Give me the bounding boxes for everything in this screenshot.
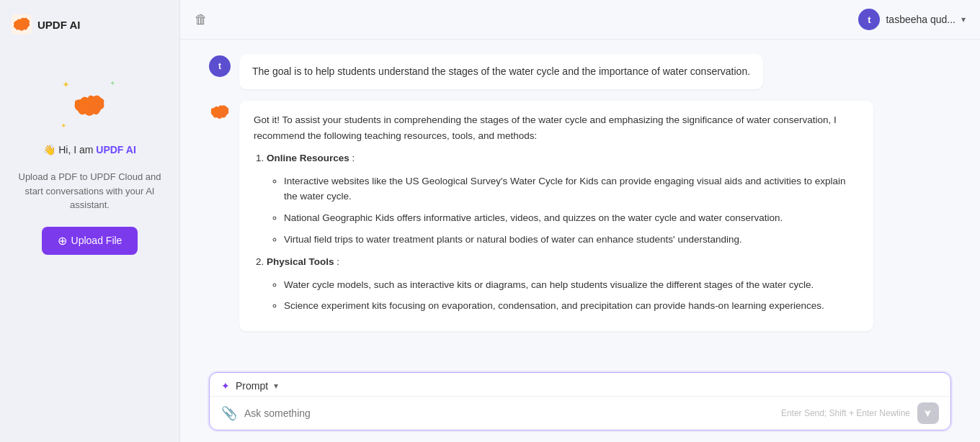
section-2-title: Physical Tools — [267, 256, 334, 267]
input-top-bar: ✦ Prompt ▾ — [210, 373, 950, 397]
prompt-dropdown-toggle[interactable]: ▾ — [274, 381, 278, 391]
input-bottom-bar: 📎 Enter Send; Shift + Enter Newline ➤ — [210, 397, 950, 430]
upload-file-button[interactable]: ⊕ Upload File — [42, 227, 138, 255]
user-message-avatar: t — [209, 55, 231, 77]
ai-welcome-section: ✦ ✦ ✦ 👋Hi, I am UPDF AI — [43, 78, 136, 155]
user-area[interactable]: t tasbeeha qud... ▾ — [858, 9, 966, 30]
logo-area: UPDF AI — [12, 14, 80, 35]
sidebar: UPDF AI ✦ ✦ ✦ 👋Hi, I am UPDF AI — [0, 0, 180, 442]
messages-area: t The goal is to help students understan… — [180, 40, 980, 364]
ai-icon-container: ✦ ✦ ✦ — [61, 78, 118, 135]
ai-message-avatar — [209, 102, 231, 124]
user-avatar: t — [858, 9, 880, 30]
chevron-down-icon: ▾ — [961, 14, 966, 24]
list-item: Virtual field trips to water treatment p… — [284, 232, 859, 248]
trash-icon[interactable]: 🗑 — [195, 12, 208, 27]
ai-message: Got it! To assist your students in compr… — [209, 101, 951, 331]
section-1-title: Online Resources — [267, 153, 349, 163]
ai-intro-text: Got it! To assist your students in compr… — [254, 112, 859, 143]
list-item: Science experiment kits focusing on evap… — [284, 298, 859, 314]
ai-center-icon — [72, 89, 107, 124]
ai-bubble: Got it! To assist your students in compr… — [239, 101, 873, 331]
sparkle-tr-icon: ✦ — [110, 79, 115, 87]
upload-icon: ⊕ — [58, 234, 67, 248]
send-button[interactable]: ➤ — [917, 402, 939, 424]
brand-name: UPDF AI — [96, 144, 135, 155]
app-name: UPDF AI — [37, 19, 80, 31]
section-2-items: Water cycle models, such as interactive … — [284, 277, 859, 314]
wave-emoji: 👋 — [43, 144, 55, 155]
list-item: Interactive websites like the US Geologi… — [284, 173, 859, 204]
sidebar-description: Upload a PDF to UPDF Cloud and start con… — [12, 170, 168, 212]
user-name: tasbeeha qud... — [886, 14, 956, 25]
send-icon: ➤ — [922, 409, 934, 418]
sparkle-tl-icon: ✦ — [62, 79, 70, 90]
ai-sections-list: Online Resources : Interactive websites … — [267, 150, 859, 314]
user-message: t The goal is to help students understan… — [209, 54, 951, 89]
section-1-items: Interactive websites like the US Geologi… — [284, 173, 859, 247]
user-bubble: The goal is to help students understand … — [239, 54, 763, 89]
chat-input[interactable] — [244, 407, 774, 419]
list-item: Physical Tools : Water cycle models, suc… — [267, 254, 859, 314]
upload-button-label: Upload File — [71, 235, 122, 246]
chat-toolbar: 🗑 t tasbeeha qud... ▾ — [180, 0, 980, 40]
list-item: Water cycle models, such as interactive … — [284, 277, 859, 293]
sparkle-bl-icon: ✦ — [61, 122, 66, 130]
list-item: Online Resources : Interactive websites … — [267, 150, 859, 247]
prompt-label: Prompt — [236, 380, 268, 392]
greeting-text: 👋Hi, I am UPDF AI — [43, 144, 136, 155]
main-panel: 🗑 t tasbeeha qud... ▾ t The goal is to h… — [180, 0, 980, 442]
attach-icon[interactable]: 📎 — [221, 405, 237, 421]
input-hint-text: Enter Send; Shift + Enter Newline — [781, 408, 910, 418]
sparkle-icon: ✦ — [221, 380, 230, 392]
updf-logo-icon — [12, 14, 32, 35]
input-box: ✦ Prompt ▾ 📎 Enter Send; Shift + Enter N… — [209, 372, 951, 430]
list-item: National Geographic Kids offers informat… — [284, 210, 859, 226]
input-area: ✦ Prompt ▾ 📎 Enter Send; Shift + Enter N… — [180, 364, 980, 442]
toolbar-left: 🗑 — [195, 12, 208, 27]
